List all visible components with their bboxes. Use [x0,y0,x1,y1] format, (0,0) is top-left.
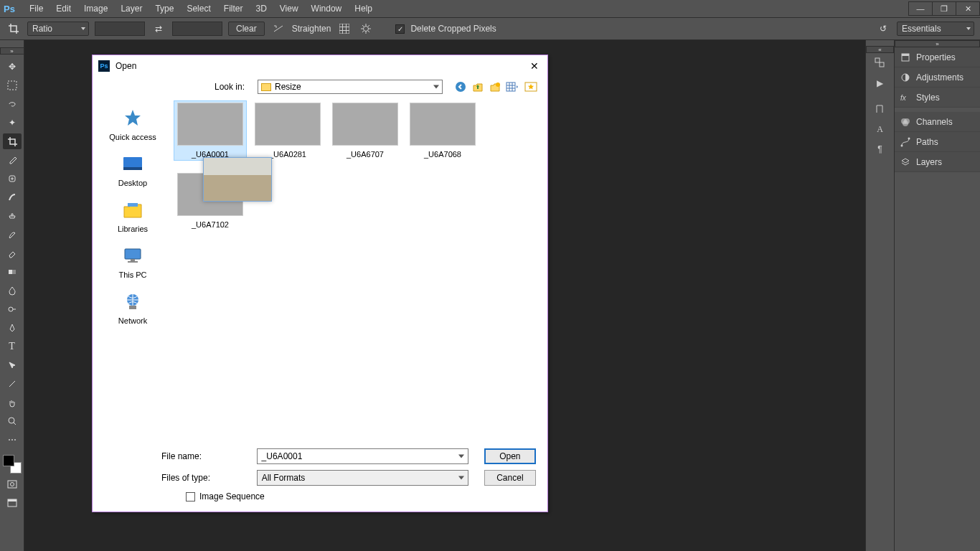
file-list[interactable]: _U6A0001 _U6A0281 _U6A6707 _U6A7068 [169,98,547,443]
paragraph-panel-icon[interactable]: ¶ [869,139,892,159]
place-this-pc-label: This PC [118,270,146,279]
layers-label: Layers [916,157,942,167]
healing-brush-tool[interactable] [3,171,22,187]
dialog-close-button[interactable]: ✕ [527,59,542,73]
place-network[interactable]: Network [100,291,165,325]
menu-help[interactable]: Help [348,1,379,17]
glyphs-panel-icon[interactable]: A [869,119,892,139]
menu-filter[interactable]: Filter [217,1,250,17]
place-this-pc[interactable]: This PC [100,245,165,279]
marquee-tool[interactable] [3,77,22,93]
actions-panel-icon[interactable]: ▶ [869,73,892,93]
filename-combo[interactable]: _U6A0001 [257,448,468,464]
channels-label: Channels [916,117,953,127]
menu-edit[interactable]: Edit [50,1,77,17]
menu-type[interactable]: Type [149,1,180,17]
place-desktop[interactable]: Desktop [100,153,165,187]
menu-3d[interactable]: 3D [249,1,273,17]
crop-width-input[interactable] [95,22,145,36]
clear-button[interactable]: Clear [228,22,265,36]
image-sequence-checkbox[interactable] [186,492,195,501]
move-tool[interactable]: ✥ [3,59,22,75]
file-thumb[interactable]: _U6A0001 [174,101,246,160]
file-thumb[interactable]: _U6A0281 [252,101,324,160]
menu-file[interactable]: File [23,1,50,17]
up-one-level-button[interactable] [471,80,484,93]
hand-tool[interactable] [3,395,22,410]
line-tool[interactable] [3,376,22,392]
lasso-tool[interactable] [3,96,22,112]
menu-view[interactable]: View [273,1,305,17]
crop-tool[interactable] [3,133,22,149]
svg-rect-27 [123,167,142,170]
panels-collapse-handle[interactable]: » [895,40,980,47]
dialog-titlebar[interactable]: Ps Open ✕ [93,55,547,77]
back-button[interactable] [454,80,467,93]
svg-rect-24 [507,83,515,91]
window-close-button[interactable]: ✕ [956,1,980,16]
eyedropper-tool[interactable] [3,152,22,168]
grid-overlay-icon[interactable] [336,21,352,37]
menu-window[interactable]: Window [305,1,349,17]
type-tool[interactable]: T [3,339,22,354]
window-minimize-button[interactable]: — [908,1,933,16]
dodge-tool[interactable] [3,301,22,317]
strip-collapse-handle[interactable]: « [866,46,894,53]
place-quick-access[interactable]: Quick access [100,107,165,141]
foreground-color-swatch[interactable] [3,455,14,466]
cancel-button-label: Cancel [496,473,523,483]
favorites-button[interactable] [524,80,537,93]
window-restore-button[interactable]: ❐ [932,1,956,16]
file-thumb[interactable]: _U6A6707 [329,101,401,160]
new-folder-button[interactable] [489,80,501,93]
channels-panel-tab[interactable]: Channels [895,112,980,132]
adjustments-panel-tab[interactable]: Adjustments [895,67,980,88]
aspect-ratio-label: Ratio [32,24,52,34]
zoom-tool[interactable] [3,413,22,429]
quick-mask-toggle[interactable] [3,476,22,492]
delete-cropped-checkbox[interactable] [395,24,405,34]
styles-panel-tab[interactable]: fx Styles [895,88,980,108]
gradient-tool[interactable] [3,264,22,280]
reset-crop-icon[interactable]: ↺ [875,21,891,37]
character-panel-icon[interactable] [869,99,892,119]
straighten-icon[interactable] [270,21,286,37]
open-button[interactable]: Open [484,448,536,464]
svg-point-6 [9,418,14,423]
workspace-switcher[interactable]: Essentials [897,22,974,36]
tools-collapse-handle[interactable]: » [0,47,24,55]
path-selection-tool[interactable] [3,357,22,373]
menu-layer[interactable]: Layer [114,1,149,17]
menu-select[interactable]: Select [180,1,217,17]
lookin-dropdown[interactable]: Resize [258,80,443,94]
aspect-ratio-dropdown[interactable]: Ratio [27,22,89,36]
file-thumb[interactable]: _U6A7068 [407,101,479,160]
crop-settings-icon[interactable] [358,21,374,37]
view-menu-button[interactable] [506,80,519,93]
magic-wand-tool[interactable]: ✦ [3,115,22,131]
edit-toolbar-button[interactable]: ⋯ [3,432,22,448]
clone-stamp-tool[interactable] [3,208,22,224]
color-swatches[interactable] [3,455,22,474]
filetype-combo[interactable]: All Formats [257,470,468,486]
crop-height-input[interactable] [172,22,222,36]
straighten-label[interactable]: Straighten [292,24,331,34]
blur-tool[interactable] [3,283,22,298]
pen-tool[interactable] [3,320,22,336]
place-libraries[interactable]: Libraries [100,199,165,233]
layers-panel-tab[interactable]: Layers [895,152,980,172]
cancel-button[interactable]: Cancel [484,470,536,486]
screen-mode-toggle[interactable] [3,495,22,511]
brush-tool[interactable] [3,189,22,205]
properties-panel-tab[interactable]: Properties [895,47,980,67]
crop-tool-icon[interactable] [6,21,22,37]
history-panel-icon[interactable] [869,53,892,73]
swap-dimensions-icon[interactable]: ⇄ [151,21,166,37]
properties-label: Properties [916,52,956,62]
svg-rect-14 [902,54,909,56]
svg-rect-7 [8,481,17,488]
history-brush-tool[interactable] [3,227,22,242]
eraser-tool[interactable] [3,245,22,261]
menu-image[interactable]: Image [77,1,114,17]
paths-panel-tab[interactable]: Paths [895,132,980,152]
